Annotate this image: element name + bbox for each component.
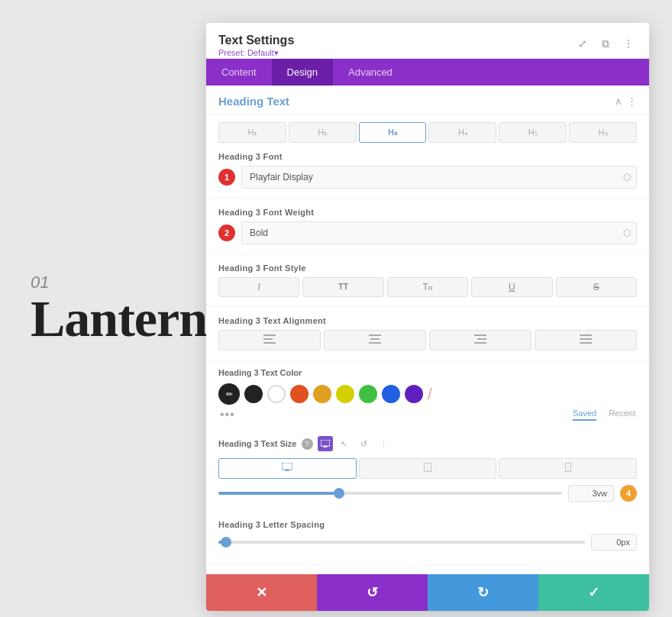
responsive-cursor-icon[interactable]: ↖ <box>336 435 353 452</box>
section-collapse-button[interactable]: ∧ <box>615 95 622 107</box>
panel-title-block: Text Settings Preset: Default▾ <box>218 34 574 58</box>
heading3-alignment-buttons <box>218 330 637 350</box>
help-icon[interactable]: ? <box>302 438 313 450</box>
svg-rect-0 <box>263 334 276 336</box>
panel-title: Text Settings <box>218 34 574 47</box>
tab-content[interactable]: Content <box>206 59 272 86</box>
size-slider[interactable] <box>218 492 562 495</box>
device-tab-mobile[interactable] <box>499 458 637 479</box>
device-tab-desktop[interactable] <box>218 458 357 479</box>
style-btn-smallcaps[interactable]: Tr <box>387 277 468 297</box>
align-left-button[interactable] <box>218 330 321 350</box>
save-button[interactable]: ✓ <box>538 574 649 611</box>
content-area: Heading Text ∧ ⋮ H₁ H₂ H₃ H₄ H₅ H₆ Headi… <box>206 86 649 574</box>
panel-actions: ⤢ ⧉ ⋮ <box>574 34 637 52</box>
svg-rect-10 <box>580 338 592 340</box>
responsive-more-icon[interactable]: ⋮ <box>376 435 393 452</box>
more-colors-button[interactable]: ••• <box>220 408 235 422</box>
recent-colors-tab[interactable]: Recent <box>609 409 635 421</box>
panel-preset: Preset: Default▾ <box>218 48 574 58</box>
svg-rect-5 <box>369 342 381 344</box>
heading3-weight-select[interactable]: Bold <box>241 221 637 244</box>
letter-spacing-slider[interactable] <box>218 541 585 544</box>
cancel-button[interactable]: ✕ <box>206 574 317 611</box>
color-swatch-yellow[interactable] <box>336 385 354 403</box>
color-swatch-row: ✏ / <box>218 383 637 405</box>
redo-button[interactable]: ↻ <box>428 574 538 611</box>
svg-point-19 <box>427 470 428 472</box>
responsive-undo-icon[interactable]: ↺ <box>356 435 373 452</box>
svg-rect-7 <box>477 338 486 340</box>
more-options-button[interactable]: ⋮ <box>620 35 637 52</box>
svg-rect-14 <box>323 447 328 448</box>
style-btn-uppercase[interactable]: TT <box>302 277 383 297</box>
split-view-button[interactable]: ⧉ <box>597 35 614 52</box>
action-bar: ✕ ↺ ↻ ✓ <box>206 574 649 611</box>
style-btn-italic[interactable]: I <box>218 277 299 297</box>
badge-2: 2 <box>218 225 235 241</box>
heading-tab-h4[interactable]: H₄ <box>428 122 496 143</box>
style-btn-strikethrough[interactable]: S <box>556 277 637 297</box>
responsive-icons: ↖ ↺ ⋮ <box>318 435 393 452</box>
heading3-color-label: Heading 3 Text Color <box>218 368 637 377</box>
color-swatch-orange-red[interactable] <box>290 385 309 403</box>
section-title: Heading Text <box>218 95 289 108</box>
style-btn-underline[interactable]: U <box>471 277 552 297</box>
no-color-icon[interactable]: / <box>428 386 432 403</box>
heading3-weight-section: Heading 3 Font Weight 2 Bold ⬡ <box>206 199 649 254</box>
size-slider-row: 3vw 4 <box>218 485 637 502</box>
heading-tab-h6[interactable]: H₆ <box>569 122 637 143</box>
heading3-color-section: Heading 3 Text Color ✏ / ••• Saved <box>206 360 649 428</box>
heading-tab-h5[interactable]: H₅ <box>499 122 567 143</box>
heading-tab-h2[interactable]: H₂ <box>289 122 357 143</box>
tab-design[interactable]: Design <box>272 59 333 86</box>
color-swatch-blue[interactable] <box>382 385 400 403</box>
align-right-button[interactable] <box>429 330 531 350</box>
svg-point-21 <box>567 470 568 471</box>
section-more-button[interactable]: ⋮ <box>627 95 637 107</box>
align-center-button[interactable] <box>324 330 426 350</box>
color-swatch-black[interactable] <box>244 385 263 403</box>
undo-button[interactable]: ↺ <box>317 574 428 611</box>
heading3-size-label: Heading 3 Text Size <box>218 439 297 448</box>
color-swatch-orange[interactable] <box>313 385 331 403</box>
fullscreen-button[interactable]: ⤢ <box>574 35 591 52</box>
device-tab-tablet[interactable] <box>359 458 497 479</box>
letter-spacing-value[interactable]: 0px <box>591 534 637 551</box>
svg-rect-11 <box>580 342 592 344</box>
heading3-style-buttons: I TT Tr U S <box>218 277 637 297</box>
svg-rect-1 <box>263 338 273 340</box>
heading3-weight-select-wrap: Bold ⬡ <box>241 221 637 244</box>
section-header: Heading Text ∧ ⋮ <box>206 86 649 115</box>
color-swatch-purple[interactable] <box>405 385 423 403</box>
heading-tab-h1[interactable]: H₁ <box>218 122 286 143</box>
responsive-desktop-icon[interactable] <box>318 436 333 451</box>
color-swatch-green[interactable] <box>359 385 377 403</box>
heading3-letter-spacing-section: Heading 3 Letter Spacing 0px <box>206 511 649 565</box>
color-edit-button[interactable]: ✏ <box>218 383 240 405</box>
heading3-weight-wrap: 2 Bold ⬡ <box>218 221 637 244</box>
letter-spacing-slider-row: 0px <box>218 534 637 551</box>
heading3-alignment-section: Heading 3 Text Alignment <box>206 307 649 360</box>
heading3-font-select[interactable]: Playfair Display <box>241 166 637 189</box>
align-justify-button[interactable] <box>535 330 637 350</box>
svg-rect-12 <box>321 440 330 446</box>
saved-colors-tab[interactable]: Saved <box>573 409 596 421</box>
heading3-font-label: Heading 3 Font <box>218 152 637 161</box>
color-swatch-white[interactable] <box>267 385 286 403</box>
svg-rect-9 <box>580 334 592 336</box>
tab-advanced[interactable]: Advanced <box>333 59 408 86</box>
tab-bar: Content Design Advanced <box>206 59 649 86</box>
heading-tab-h3[interactable]: H₃ <box>359 122 427 143</box>
svg-rect-13 <box>324 446 327 447</box>
heading3-size-section: Heading 3 Text Size ? ↖ ↺ ⋮ <box>206 428 649 511</box>
device-tabs <box>218 458 637 479</box>
svg-rect-17 <box>285 470 289 471</box>
panel-header: Text Settings Preset: Default▾ ⤢ ⧉ ⋮ <box>206 23 649 59</box>
lanterns-title: Lanterns <box>31 292 226 344</box>
badge-4: 4 <box>620 485 637 502</box>
heading3-line-height-section: Heading 3 Line Height 1em <box>206 565 649 574</box>
svg-rect-3 <box>369 334 381 336</box>
size-value[interactable]: 3vw <box>568 485 614 502</box>
heading3-weight-label: Heading 3 Font Weight <box>218 208 637 217</box>
